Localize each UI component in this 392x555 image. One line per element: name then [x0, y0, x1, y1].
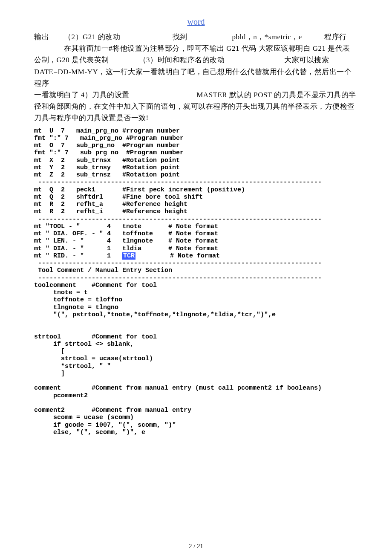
header-link-container: word [34, 17, 358, 27]
highlighted-text: TCR [122, 252, 135, 260]
code-line: comment2 #Comment from manual entry [34, 407, 191, 414]
text-line: 在其前面加一#将他设置为注释部分，即可不输出 G21 代码 大家应该都明白 G2… [34, 43, 358, 54]
code-line: fmt ":" 7 main_prg_no #Program number [34, 135, 184, 142]
code-separator: ----------------------------------------… [34, 179, 322, 186]
code-line: mt R 2 refht_a #Reference height [34, 201, 187, 208]
text-line: 径和角部圆角的，在文件中加入下面的语句，就可以在程序的开头出现刀具的半径表示，方… [34, 101, 358, 112]
code-line: pcomment2 [34, 392, 88, 399]
code-line: comment #Comment from manual entry (must… [34, 384, 322, 392]
code-line: mt Z 2 sub_trnsz #Rotation point [34, 171, 180, 179]
code-line: mt " DIA. - " 1 tldia # Note format [34, 245, 218, 252]
code-line: mt " LEN. - " 4 tlngnote # Note format [34, 237, 218, 245]
code-line: mt R 2 refht_i #Reference height [34, 208, 187, 215]
code-line: tnote = t [34, 289, 88, 296]
code-line: mt Q 2 peck1 #First peck increment (posi… [34, 186, 245, 194]
code-line: ] [34, 370, 65, 377]
code-separator: ----------------------------------------… [34, 275, 322, 282]
text-line: 输出 （2）G21 的改动 找到 pbld，n，*smetric，e 程序行 [34, 31, 358, 43]
code-line: if strtool <> sblank, [34, 341, 134, 348]
code-line: strtool = ucase(strtool) [34, 355, 153, 362]
code-line: scomm = ucase (scomm) [34, 414, 134, 421]
code-line: mt Y 2 sub_trnsy #Rotation point [34, 164, 180, 171]
code-line: if gcode = 1007, "(", scomm, ")" [34, 422, 176, 429]
code-line: else, "(", scomm, ")", e [34, 429, 145, 436]
text-line: 一看就明白了 4）刀具的设置 MASTER 默认的 POST 的刀具是不显示刀具… [34, 89, 358, 101]
code-line: strtool #Comment for tool [34, 333, 157, 341]
code-line: mt U 7 main_prg_no #rrogram number [34, 127, 180, 135]
code-line: mt "TOOL - " 4 tnote # Note format [34, 223, 218, 230]
text-line: 刀具与程序中的刀具设置是否一致! [34, 112, 358, 124]
code-block: mt U 7 main_prg_no #rrogram number fmt "… [34, 127, 358, 436]
code-separator: ----------------------------------------… [34, 216, 322, 223]
code-line: Tool Comment / Manual Entry Section [34, 267, 172, 274]
code-line: mt Q 2 shftdrl #Fine bore tool shift [34, 194, 203, 201]
document-page: word 输出 （2）G21 的改动 找到 pbld，n，*smetric，e … [0, 0, 392, 555]
code-line: tlngnote = tlngno [34, 304, 118, 311]
code-line: mt " RID. - " 1 TCR # Note format [34, 252, 220, 260]
text-line: 公制，G20 是代表英制 （3）时间和程序名的改动 大家可以搜索 [34, 54, 358, 66]
text-line: DATE=DD-MM-YY，这一行大家一看就明白了吧，自己想用什么代替就用什么代… [34, 66, 358, 89]
code-line: toffnote = tloffno [34, 296, 122, 304]
code-line: toolcomment #Comment for tool [34, 282, 157, 289]
chinese-paragraph: 输出 （2）G21 的改动 找到 pbld，n，*smetric，e 程序行 在… [34, 31, 358, 124]
code-line: fmt ":" 7 sub_prg_no #Program number [34, 149, 184, 156]
code-line: mt X 2 sub_trnsx #Rotation point [34, 157, 180, 164]
code-line: *strtool, " " [34, 363, 111, 370]
code-line: [ [34, 348, 65, 355]
code-line: mt " DIA. OFF. - " 4 toffnote # Note for… [34, 230, 218, 237]
code-line: mt O 7 sub_prg_no #Program number [34, 142, 180, 149]
word-link[interactable]: word [187, 17, 205, 26]
code-separator: ----------------------------------------… [34, 260, 322, 267]
page-footer: 2 / 21 [34, 543, 358, 550]
code-line: "(", pstrtool,*tnote,*toffnote,*tlngnote… [34, 311, 276, 318]
